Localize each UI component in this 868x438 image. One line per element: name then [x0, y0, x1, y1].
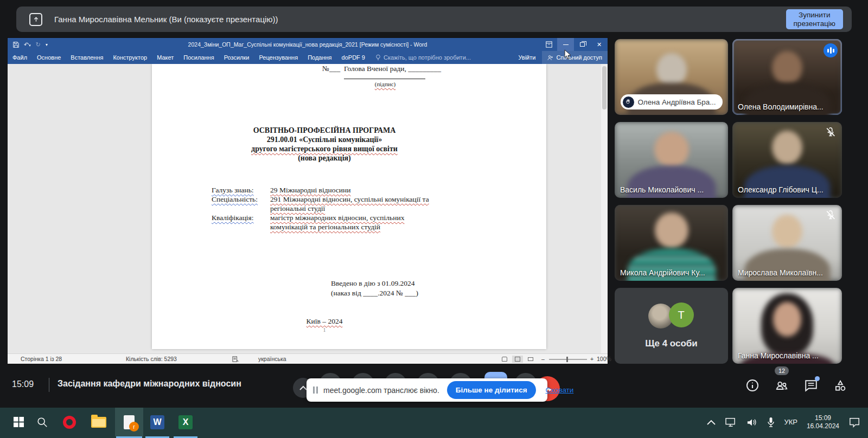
hand-raised-icon	[622, 96, 634, 108]
field-row: Галузь знань: 29 Міжнародні відносини	[212, 185, 437, 195]
share-message: meet.google.com транслює вікно.	[323, 386, 439, 395]
chat-icon[interactable]	[804, 378, 818, 392]
footer-city: Київ – 2024	[162, 317, 487, 326]
save-icon[interactable]	[13, 42, 19, 48]
microphone-icon[interactable]	[767, 417, 775, 428]
self-view-tile[interactable]: Ганна Мирославівна ...	[732, 288, 842, 364]
web-layout-icon[interactable]	[525, 356, 536, 363]
volume-icon[interactable]	[746, 417, 758, 427]
activities-icon[interactable]	[833, 378, 847, 392]
stop-presentation-button[interactable]: Зупинити презентацію	[786, 9, 843, 29]
proofing-icon[interactable]	[232, 356, 239, 362]
participant-tile[interactable]: Олена Володимирівна...	[732, 39, 842, 115]
participants-icon[interactable]	[775, 378, 789, 392]
quick-access-toolbar: ↶▾ ↻ ▾	[8, 41, 48, 48]
tab-references[interactable]: Посилання	[178, 51, 219, 64]
lightbulb-icon	[375, 54, 381, 61]
avatar: T	[669, 302, 694, 327]
chrome-share-notification: meet.google.com транслює вікно. Більше н…	[307, 378, 547, 402]
ribbon-display-options-icon[interactable]	[541, 38, 557, 51]
windows-taskbar: r W X УКР 15:09 16.04.2024	[0, 408, 868, 438]
tell-me-box[interactable]: Скажіть, що потрібно зробити...	[375, 54, 471, 61]
more-participants-label: Ще 4 особи	[645, 338, 698, 349]
opera-icon[interactable]	[56, 408, 82, 436]
zoom-percentage[interactable]: 100%	[597, 356, 611, 362]
signature-caption: (підпис)	[363, 81, 407, 87]
participant-tile[interactable]: Микола Андрійович Ку...	[615, 205, 728, 281]
participant-tile[interactable]: Олександр Глібович Ц...	[732, 122, 842, 198]
tab-mailings[interactable]: Розсилки	[219, 51, 254, 64]
tab-file[interactable]: Файл	[8, 51, 32, 64]
zoom-out-icon[interactable]: –	[541, 356, 545, 362]
tab-dopdf[interactable]: doPDF 9	[337, 51, 370, 64]
clock[interactable]: 15:09 16.04.2024	[807, 414, 839, 430]
start-button[interactable]	[5, 408, 31, 436]
undo-icon[interactable]: ↶▾	[24, 41, 31, 48]
word-app-icon[interactable]: W	[144, 408, 170, 436]
sign-in-link[interactable]: Увійти	[512, 54, 542, 61]
tab-view[interactable]: Подання	[303, 51, 336, 64]
field-row: Кваліфікація: магістр міжнародних віднос…	[212, 213, 437, 231]
page-info[interactable]: Сторінка 1 із 28	[21, 356, 62, 362]
action-center-icon[interactable]	[848, 417, 860, 428]
participant-name: Мирослава Миколаївн...	[738, 268, 838, 277]
mouse-cursor	[564, 49, 572, 60]
presenting-banner: Ганна Мирославівна Мельник (Ви (показуєт…	[16, 7, 852, 32]
document-app-icon[interactable]: r	[116, 408, 142, 436]
word-ribbon: Файл Основне Вставлення Конструктор Маке…	[8, 51, 608, 64]
document-area[interactable]: №___ Голова Вченої ради, _________ (підп…	[8, 64, 608, 353]
qat-customize-icon[interactable]: ▾	[46, 42, 48, 47]
network-icon[interactable]	[725, 417, 737, 427]
tab-design[interactable]: Конструктор	[108, 51, 152, 64]
meeting-details-icon[interactable]	[745, 378, 760, 392]
approval-line: №___ Голова Вченої ради, _________	[322, 65, 441, 73]
participant-name: Олена Андріївна Бра...	[637, 98, 716, 106]
tab-insert[interactable]: Вставлення	[66, 51, 108, 64]
tab-review[interactable]: Рецензування	[254, 51, 303, 64]
overflow-avatars: T	[648, 302, 695, 330]
restore-button[interactable]	[574, 38, 591, 51]
mic-off-icon	[825, 126, 837, 138]
window-controls: ✕	[541, 38, 608, 51]
read-mode-icon[interactable]	[499, 356, 510, 363]
language-status[interactable]: українська	[258, 356, 286, 362]
participant-tile[interactable]: Василь Миколайович ...	[615, 122, 728, 198]
shared-word-window: ↶▾ ↻ ▾ 2024_Зміни_ОП_Маг_Суспільні комун…	[8, 38, 608, 364]
hide-notification-link[interactable]: Сховати	[546, 386, 574, 394]
system-tray: УКР 15:09 16.04.2024	[707, 408, 868, 436]
stop-sharing-button[interactable]: Більше не ділитися	[447, 381, 536, 399]
hand-raised-pill: Олена Андріївна Бра...	[620, 94, 722, 110]
divider	[49, 378, 49, 392]
file-explorer-icon[interactable]	[86, 408, 112, 436]
tray-expand-icon[interactable]	[707, 420, 716, 425]
tab-layout[interactable]: Макет	[152, 51, 178, 64]
speaking-indicator-icon	[824, 43, 838, 57]
share-button[interactable]: Спільний доступ	[542, 51, 608, 64]
language-indicator[interactable]: УКР	[784, 418, 797, 426]
page-number: 1	[162, 327, 487, 333]
meeting-panels	[745, 378, 847, 392]
close-button[interactable]: ✕	[591, 38, 608, 51]
redo-icon[interactable]: ↻	[36, 41, 41, 48]
search-icon[interactable]	[29, 408, 55, 436]
mic-off-icon	[825, 209, 837, 221]
participant-name: Ганна Мирославівна ...	[738, 351, 838, 360]
meet-clock: 15:09	[12, 379, 34, 389]
word-count[interactable]: Кількість слів: 5293	[126, 356, 177, 362]
more-participants-tile[interactable]: T Ще 4 особи	[615, 288, 728, 364]
zoom-in-icon[interactable]: +	[590, 356, 593, 362]
participant-name: Василь Миколайович ...	[620, 185, 724, 194]
zoom-slider[interactable]	[549, 359, 587, 360]
participant-tile[interactable]: Олена Андріївна Бра...	[615, 39, 728, 115]
document-scrollbar[interactable]	[601, 64, 608, 353]
participant-name: Микола Андрійович Ку...	[620, 268, 724, 277]
participant-tile[interactable]: Мирослава Миколаївн...	[732, 205, 842, 281]
document-page[interactable]: №___ Голова Вченої ради, _________ (підп…	[152, 64, 546, 349]
meeting-title: Засідання кафедри міжнародних відносин	[58, 379, 241, 389]
tab-home[interactable]: Основне	[32, 51, 66, 64]
print-layout-icon[interactable]	[512, 356, 523, 363]
program-title: ОСВІТНЬО-ПРОФЕСІЙНА ПРОГРАМА 291.00.01 «…	[162, 126, 487, 163]
present-screen-icon	[29, 13, 42, 26]
meet-bottom-bar: 15:09 Засідання кафедри міжнародних відн…	[0, 364, 868, 408]
excel-app-icon[interactable]: X	[173, 408, 199, 436]
